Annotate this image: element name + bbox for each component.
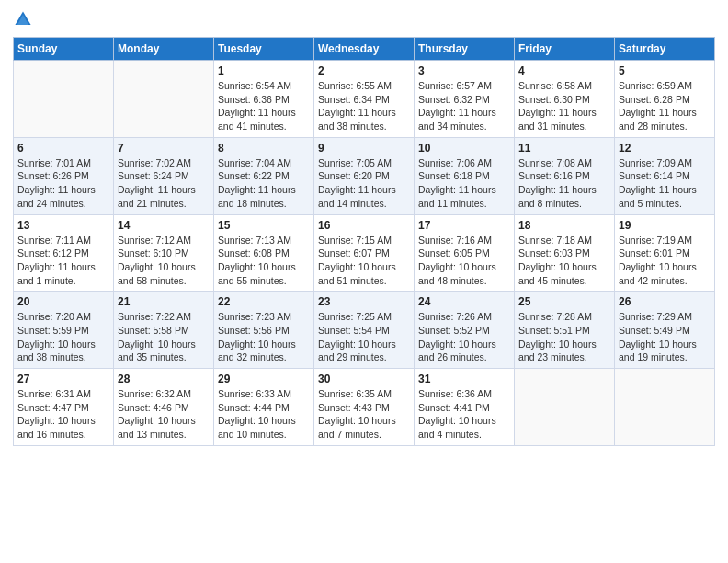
day-info: Sunrise: 7:02 AMSunset: 6:24 PMDaylight:… [118, 156, 210, 211]
calendar-cell: 7Sunrise: 7:02 AMSunset: 6:24 PMDaylight… [114, 137, 214, 214]
day-info: Sunrise: 6:35 AMSunset: 4:43 PMDaylight:… [318, 387, 410, 442]
weekday-header-monday: Monday [114, 38, 214, 61]
day-info: Sunrise: 7:05 AMSunset: 6:20 PMDaylight:… [318, 156, 410, 211]
day-number: 24 [418, 295, 510, 308]
calendar-cell: 17Sunrise: 7:16 AMSunset: 6:05 PMDayligh… [415, 214, 515, 292]
calendar-cell: 22Sunrise: 7:23 AMSunset: 5:56 PMDayligh… [214, 292, 314, 369]
day-info: Sunrise: 6:33 AMSunset: 4:44 PMDaylight:… [218, 387, 310, 442]
calendar-cell: 25Sunrise: 7:28 AMSunset: 5:51 PMDayligh… [515, 292, 615, 369]
day-number: 3 [418, 64, 510, 77]
calendar-cell: 16Sunrise: 7:15 AMSunset: 6:07 PMDayligh… [314, 214, 415, 292]
calendar-cell [515, 369, 615, 446]
day-info: Sunrise: 7:29 AMSunset: 5:49 PMDaylight:… [619, 310, 711, 364]
calendar-cell: 8Sunrise: 7:04 AMSunset: 6:22 PMDaylight… [214, 137, 314, 214]
day-info: Sunrise: 6:36 AMSunset: 4:41 PMDaylight:… [418, 387, 510, 442]
calendar-cell: 10Sunrise: 7:06 AMSunset: 6:18 PMDayligh… [415, 137, 515, 214]
day-number: 14 [118, 219, 210, 232]
week-row-4: 20Sunrise: 7:20 AMSunset: 5:59 PMDayligh… [14, 292, 715, 369]
day-info: Sunrise: 6:54 AMSunset: 6:36 PMDaylight:… [218, 79, 310, 133]
day-info: Sunrise: 7:19 AMSunset: 6:01 PMDaylight:… [619, 234, 711, 288]
day-number: 31 [418, 373, 510, 385]
calendar-cell [14, 61, 114, 138]
calendar-cell: 4Sunrise: 6:58 AMSunset: 6:30 PMDaylight… [515, 61, 615, 138]
day-number: 16 [318, 219, 410, 232]
calendar-cell: 29Sunrise: 6:33 AMSunset: 4:44 PMDayligh… [214, 369, 314, 446]
day-number: 10 [418, 142, 510, 155]
day-number: 30 [318, 373, 410, 385]
calendar-cell: 26Sunrise: 7:29 AMSunset: 5:49 PMDayligh… [615, 292, 715, 369]
calendar-cell: 28Sunrise: 6:32 AMSunset: 4:46 PMDayligh… [114, 369, 214, 446]
day-info: Sunrise: 7:08 AMSunset: 6:16 PMDaylight:… [518, 156, 610, 211]
weekday-header-saturday: Saturday [615, 38, 715, 61]
calendar-cell: 13Sunrise: 7:11 AMSunset: 6:12 PMDayligh… [14, 214, 114, 292]
header [13, 9, 715, 29]
day-info: Sunrise: 6:55 AMSunset: 6:34 PMDaylight:… [318, 79, 410, 133]
day-number: 11 [518, 142, 610, 155]
day-number: 6 [17, 142, 109, 155]
calendar: SundayMondayTuesdayWednesdayThursdayFrid… [13, 37, 715, 446]
day-info: Sunrise: 6:58 AMSunset: 6:30 PMDaylight:… [518, 79, 610, 133]
logo-icon [13, 9, 33, 29]
calendar-cell: 30Sunrise: 6:35 AMSunset: 4:43 PMDayligh… [314, 369, 415, 446]
day-info: Sunrise: 7:11 AMSunset: 6:12 PMDaylight:… [17, 234, 109, 288]
day-number: 13 [17, 219, 109, 232]
day-info: Sunrise: 7:01 AMSunset: 6:26 PMDaylight:… [17, 156, 109, 211]
page: SundayMondayTuesdayWednesdayThursdayFrid… [0, 0, 728, 563]
week-row-5: 27Sunrise: 6:31 AMSunset: 4:47 PMDayligh… [14, 369, 715, 446]
calendar-cell: 3Sunrise: 6:57 AMSunset: 6:32 PMDaylight… [415, 61, 515, 138]
day-info: Sunrise: 7:26 AMSunset: 5:52 PMDaylight:… [418, 310, 510, 364]
day-info: Sunrise: 7:23 AMSunset: 5:56 PMDaylight:… [218, 310, 310, 364]
week-row-3: 13Sunrise: 7:11 AMSunset: 6:12 PMDayligh… [14, 214, 715, 292]
weekday-header-tuesday: Tuesday [214, 38, 314, 61]
day-number: 20 [17, 295, 109, 308]
day-number: 2 [318, 64, 410, 77]
calendar-cell: 9Sunrise: 7:05 AMSunset: 6:20 PMDaylight… [314, 137, 415, 214]
day-number: 22 [218, 295, 310, 308]
day-number: 8 [218, 142, 310, 155]
day-number: 15 [218, 219, 310, 232]
calendar-cell: 18Sunrise: 7:18 AMSunset: 6:03 PMDayligh… [515, 214, 615, 292]
day-number: 17 [418, 219, 510, 232]
day-number: 18 [518, 219, 610, 232]
calendar-cell: 24Sunrise: 7:26 AMSunset: 5:52 PMDayligh… [415, 292, 515, 369]
day-info: Sunrise: 6:57 AMSunset: 6:32 PMDaylight:… [418, 79, 510, 133]
calendar-cell: 5Sunrise: 6:59 AMSunset: 6:28 PMDaylight… [615, 61, 715, 138]
day-number: 5 [619, 64, 711, 77]
day-number: 28 [118, 373, 210, 385]
day-number: 26 [619, 295, 711, 308]
day-number: 12 [619, 142, 711, 155]
calendar-cell: 20Sunrise: 7:20 AMSunset: 5:59 PMDayligh… [14, 292, 114, 369]
day-number: 27 [17, 373, 109, 385]
day-info: Sunrise: 7:25 AMSunset: 5:54 PMDaylight:… [318, 310, 410, 364]
day-info: Sunrise: 7:28 AMSunset: 5:51 PMDaylight:… [518, 310, 610, 364]
calendar-cell: 6Sunrise: 7:01 AMSunset: 6:26 PMDaylight… [14, 137, 114, 214]
weekday-header-thursday: Thursday [415, 38, 515, 61]
day-info: Sunrise: 7:22 AMSunset: 5:58 PMDaylight:… [118, 310, 210, 364]
logo [13, 9, 35, 29]
day-number: 29 [218, 373, 310, 385]
calendar-cell: 11Sunrise: 7:08 AMSunset: 6:16 PMDayligh… [515, 137, 615, 214]
week-row-1: 1Sunrise: 6:54 AMSunset: 6:36 PMDaylight… [14, 61, 715, 138]
day-number: 19 [619, 219, 711, 232]
day-number: 23 [318, 295, 410, 308]
day-info: Sunrise: 6:31 AMSunset: 4:47 PMDaylight:… [17, 387, 109, 442]
day-info: Sunrise: 7:13 AMSunset: 6:08 PMDaylight:… [218, 234, 310, 288]
day-info: Sunrise: 7:09 AMSunset: 6:14 PMDaylight:… [619, 156, 711, 211]
day-info: Sunrise: 6:59 AMSunset: 6:28 PMDaylight:… [619, 79, 711, 133]
calendar-cell: 23Sunrise: 7:25 AMSunset: 5:54 PMDayligh… [314, 292, 415, 369]
calendar-cell: 1Sunrise: 6:54 AMSunset: 6:36 PMDaylight… [214, 61, 314, 138]
weekday-header-row: SundayMondayTuesdayWednesdayThursdayFrid… [14, 38, 715, 61]
weekday-header-wednesday: Wednesday [314, 38, 415, 61]
day-number: 21 [118, 295, 210, 308]
day-info: Sunrise: 7:20 AMSunset: 5:59 PMDaylight:… [17, 310, 109, 364]
calendar-cell: 27Sunrise: 6:31 AMSunset: 4:47 PMDayligh… [14, 369, 114, 446]
day-info: Sunrise: 7:15 AMSunset: 6:07 PMDaylight:… [318, 234, 410, 288]
calendar-cell [114, 61, 214, 138]
week-row-2: 6Sunrise: 7:01 AMSunset: 6:26 PMDaylight… [14, 137, 715, 214]
day-info: Sunrise: 7:04 AMSunset: 6:22 PMDaylight:… [218, 156, 310, 211]
calendar-cell: 12Sunrise: 7:09 AMSunset: 6:14 PMDayligh… [615, 137, 715, 214]
day-number: 7 [118, 142, 210, 155]
day-number: 4 [518, 64, 610, 77]
calendar-cell: 19Sunrise: 7:19 AMSunset: 6:01 PMDayligh… [615, 214, 715, 292]
day-info: Sunrise: 7:16 AMSunset: 6:05 PMDaylight:… [418, 234, 510, 288]
